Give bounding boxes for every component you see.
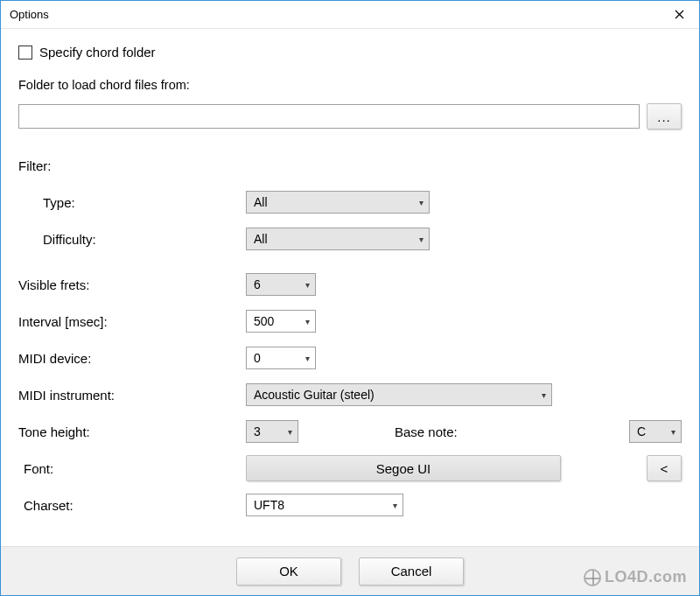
chevron-down-icon: ▾ [288, 427, 292, 437]
ok-button[interactable]: OK [236, 557, 341, 585]
filter-heading-row: Filter: [18, 147, 682, 184]
content-area: Specify chord folder Folder to load chor… [1, 29, 699, 546]
tone-height-label: Tone height: [18, 424, 246, 439]
tone-height-row: Tone height: 3 ▾ Base note: C ▾ [18, 413, 682, 450]
chevron-down-icon: ▾ [419, 235, 424, 244]
titlebar: Options [1, 1, 699, 29]
filter-difficulty-value: All [254, 232, 268, 246]
button-bar: OK Cancel [1, 546, 699, 595]
interval-value: 500 [254, 314, 274, 328]
filter-difficulty-label: Difficulty: [18, 232, 246, 247]
base-note-combo[interactable]: C ▾ [629, 420, 682, 443]
filter-type-label: Type: [18, 195, 246, 210]
chevron-down-icon: ▾ [419, 198, 424, 207]
visible-frets-value: 6 [254, 277, 261, 291]
close-icon [675, 10, 684, 19]
filter-difficulty-combo[interactable]: All ▾ [246, 228, 430, 250]
folder-input-row: ... [18, 103, 682, 130]
folder-path-input[interactable] [18, 104, 640, 129]
browse-button[interactable]: ... [647, 103, 682, 130]
visible-frets-row: Visible frets: 6 ▾ [18, 266, 682, 303]
chevron-down-icon: ▾ [305, 280, 310, 290]
options-window: Options Specify chord folder Folder to l… [0, 0, 700, 596]
charset-combo[interactable]: UFT8 ▾ [246, 494, 403, 516]
visible-frets-label: Visible frets: [18, 277, 246, 292]
folder-label: Folder to load chord files from: [18, 78, 190, 92]
font-label: Font: [18, 461, 246, 476]
midi-instrument-combo[interactable]: Acoustic Guitar (steel) ▾ [246, 383, 552, 406]
interval-row: Interval [msec]: 500 ▾ [18, 303, 682, 340]
tone-height-value: 3 [254, 424, 261, 438]
filter-type-value: All [254, 195, 268, 209]
midi-instrument-row: MIDI instrument: Acoustic Guitar (steel)… [18, 376, 682, 413]
interval-combo[interactable]: 500 ▾ [246, 310, 316, 333]
specify-chord-row: Specify chord folder [18, 45, 682, 60]
font-button[interactable]: Segoe UI [246, 455, 561, 481]
chevron-down-icon: ▾ [671, 427, 676, 437]
form-grid: Filter: Type: All ▾ Difficulty: All ▾ [18, 147, 682, 523]
window-title: Options [10, 8, 659, 21]
font-row: Font: Segoe UI < [18, 450, 682, 487]
filter-heading: Filter: [18, 158, 246, 173]
tone-height-combo[interactable]: 3 ▾ [246, 420, 298, 443]
chevron-down-icon: ▾ [305, 354, 310, 363]
visible-frets-combo[interactable]: 6 ▾ [246, 273, 316, 296]
base-note-label: Base note: [395, 424, 458, 439]
filter-difficulty-row: Difficulty: All ▾ [18, 221, 682, 257]
charset-label: Charset: [18, 498, 246, 513]
midi-device-combo[interactable]: 0 ▾ [246, 347, 316, 369]
filter-type-row: Type: All ▾ [18, 184, 682, 221]
chevron-down-icon: ▾ [305, 317, 310, 326]
chevron-down-icon: ▾ [393, 501, 397, 510]
specify-chord-checkbox[interactable] [18, 46, 32, 60]
base-note-value: C [637, 424, 646, 438]
specify-chord-label: Specify chord folder [39, 45, 156, 60]
font-reset-button[interactable]: < [647, 455, 682, 481]
midi-device-label: MIDI device: [18, 351, 246, 366]
filter-type-combo[interactable]: All ▾ [246, 191, 430, 214]
close-button[interactable] [659, 1, 699, 29]
interval-label: Interval [msec]: [18, 314, 246, 329]
folder-label-row: Folder to load chord files from: [18, 72, 682, 98]
cancel-button[interactable]: Cancel [359, 557, 464, 585]
charset-row: Charset: UFT8 ▾ [18, 487, 682, 523]
charset-value: UFT8 [254, 498, 284, 512]
midi-instrument-label: MIDI instrument: [18, 388, 246, 403]
midi-instrument-value: Acoustic Guitar (steel) [254, 388, 374, 402]
midi-device-value: 0 [254, 351, 261, 365]
chevron-down-icon: ▾ [542, 390, 546, 400]
midi-device-row: MIDI device: 0 ▾ [18, 340, 682, 376]
